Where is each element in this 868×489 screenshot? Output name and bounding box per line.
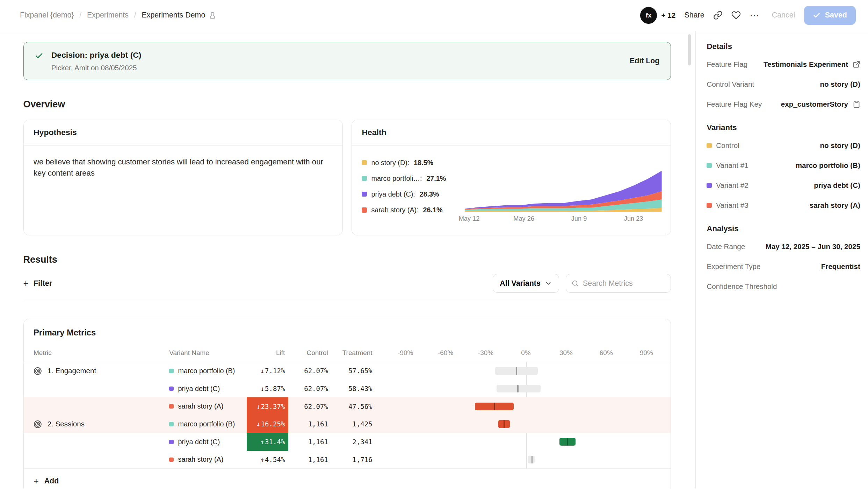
breadcrumb-item-workspace[interactable]: Fixpanel {demo} xyxy=(20,11,74,20)
search-metrics-input[interactable] xyxy=(583,279,665,288)
metric-row[interactable]: priya debt (C) ↓5.87% 62.07% 58.43% xyxy=(24,380,671,398)
variant-color-chip xyxy=(169,369,174,373)
metrics-table-header: Metric Variant Name Lift Control Treatme… xyxy=(24,344,671,362)
hypothesis-title: Hypothesis xyxy=(24,120,342,145)
decision-title: Decision: priya debt (C) xyxy=(51,50,142,60)
details-sidebar: Details Feature Flag Testimonials Experi… xyxy=(695,31,868,489)
metric-name-cell: 2. Sessions xyxy=(24,420,169,428)
filter-button[interactable]: + Filter xyxy=(23,278,52,289)
primary-metrics-card: Primary Metrics Metric Variant Name Lift… xyxy=(23,319,671,489)
edit-log-button[interactable]: Edit Log xyxy=(630,57,659,65)
treatment-value: 2,341 xyxy=(331,438,376,446)
lift-value: ↑4.54% xyxy=(247,451,288,469)
control-value: 1,161 xyxy=(288,420,332,428)
legend-item: priya debt (C): 28.3% xyxy=(362,190,459,198)
arrow-up-icon: ↑ xyxy=(260,456,264,463)
feature-flag-value[interactable]: Testimonials Experiment xyxy=(764,60,860,69)
legend-label: priya debt (C): xyxy=(371,190,415,198)
analysis-heading: Analysis xyxy=(707,224,860,233)
results-heading: Results xyxy=(23,254,671,265)
arrow-down-icon: ↓ xyxy=(260,367,264,375)
search-icon xyxy=(572,279,579,287)
column-header-lift: Lift xyxy=(247,349,288,357)
metric-row[interactable]: 2. Sessions marco portfolio (B) ↓16.25% … xyxy=(24,415,671,433)
metrics-table-body: 1. Engagement marco portfolio (B) ↓7.12%… xyxy=(24,362,671,468)
variant-name-cell: priya debt (C) xyxy=(169,438,247,446)
favorite-heart-icon[interactable] xyxy=(731,10,741,20)
legend-color-chip xyxy=(362,207,367,212)
control-value: 1,161 xyxy=(288,456,332,463)
overview-heading: Overview xyxy=(23,99,671,110)
link-icon[interactable] xyxy=(713,10,723,20)
results-divider xyxy=(23,302,671,302)
details-heading: Details xyxy=(707,42,860,51)
legend-color-chip xyxy=(362,176,367,181)
confidence-interval xyxy=(393,451,658,469)
legend-item: sarah story (A): 26.1% xyxy=(362,206,459,214)
flask-icon xyxy=(209,12,216,19)
scrollbar-thumb[interactable] xyxy=(688,34,691,65)
lift-value: ↓23.37% xyxy=(247,397,288,415)
hypothesis-body: we believe that showing customer stories… xyxy=(24,146,342,235)
health-x-axis: May 12 May 26 Jun 9 Jun 23 xyxy=(465,215,662,225)
breadcrumb: Fixpanel {demo} / Experiments / Experime… xyxy=(20,11,216,20)
health-legend: no story (D): 18.5% marco portfoli…: 27.… xyxy=(362,154,459,231)
legend-label: marco portfoli…: xyxy=(371,175,422,183)
variant-row-2: Variant #2 priya debt (C) xyxy=(707,176,860,196)
breadcrumb-item-current[interactable]: Experiments Demo xyxy=(142,11,216,20)
variant-color-chip xyxy=(169,458,174,462)
legend-item: no story (D): 18.5% xyxy=(362,159,459,167)
arrow-down-icon: ↓ xyxy=(256,403,260,410)
variant-name-cell: marco portfolio (B) xyxy=(169,420,247,428)
all-variants-dropdown[interactable]: All Variants xyxy=(493,274,559,293)
metric-row[interactable]: 1. Engagement marco portfolio (B) ↓7.12%… xyxy=(24,362,671,380)
health-title: Health xyxy=(352,120,671,145)
metric-row[interactable]: sarah story (A) ↓23.37% 62.07% 47.56% xyxy=(24,397,671,415)
detail-row-control-variant: Control Variant no story (D) xyxy=(707,75,860,94)
treatment-value: 1,716 xyxy=(331,456,376,463)
clipboard-icon[interactable] xyxy=(853,100,860,108)
detail-row-feature-flag: Feature Flag Testimonials Experiment xyxy=(707,55,860,75)
variant-color-chip xyxy=(169,404,174,409)
legend-label: sarah story (A): xyxy=(371,206,418,214)
treatment-value: 47.56% xyxy=(331,403,376,410)
column-header-treatment: Treatment xyxy=(331,349,376,357)
health-card: Health no story (D): 18.5% marco portfol… xyxy=(352,120,671,235)
cancel-button[interactable]: Cancel xyxy=(772,11,795,20)
add-metric-button[interactable]: + Add xyxy=(24,468,671,489)
collaborator-count[interactable]: + 12 xyxy=(661,11,676,20)
variant-color-chip xyxy=(707,143,711,148)
variant-color-chip xyxy=(707,203,711,208)
metric-name-cell: 1. Engagement xyxy=(24,367,169,375)
more-options-button[interactable]: ⋯ xyxy=(750,10,760,21)
legend-value: 28.3% xyxy=(420,190,439,198)
share-button[interactable]: Share xyxy=(684,11,704,20)
decision-banner: Decision: priya debt (C) Picker, Amit on… xyxy=(23,42,671,80)
target-icon xyxy=(34,420,42,428)
variants-heading: Variants xyxy=(707,123,860,132)
confidence-interval xyxy=(393,415,658,433)
saved-button[interactable]: Saved xyxy=(804,6,856,25)
health-chart-area: May 12 May 26 Jun 9 Jun 23 xyxy=(465,154,662,231)
variant-name-cell: priya debt (C) xyxy=(169,385,247,393)
filter-button-label: Filter xyxy=(34,279,52,288)
target-icon xyxy=(34,367,42,375)
check-icon xyxy=(813,12,820,19)
avatar[interactable]: fx xyxy=(640,7,657,24)
x-axis-label: Jun 23 xyxy=(624,215,643,222)
external-link-icon[interactable] xyxy=(853,61,860,68)
legend-value: 27.1% xyxy=(426,175,446,183)
metric-row[interactable]: sarah story (A) ↑4.54% 1,161 1,716 xyxy=(24,451,671,469)
control-value: 62.07% xyxy=(288,385,332,392)
variant-color-chip xyxy=(707,163,711,168)
chevron-down-icon xyxy=(545,280,552,287)
breadcrumb-item-experiments[interactable]: Experiments xyxy=(87,11,129,20)
check-icon xyxy=(35,51,43,60)
lift-value: ↓7.12% xyxy=(247,362,288,380)
decision-meta: Picker, Amit on 08/05/2025 xyxy=(51,64,142,72)
analysis-row-confidence-threshold: Confidence Threshold xyxy=(707,277,860,297)
saved-button-label: Saved xyxy=(825,11,847,20)
metric-row[interactable]: priya debt (C) ↑31.4% 1,161 2,341 xyxy=(24,433,671,451)
legend-value: 18.5% xyxy=(414,159,433,167)
confidence-interval xyxy=(393,397,658,415)
